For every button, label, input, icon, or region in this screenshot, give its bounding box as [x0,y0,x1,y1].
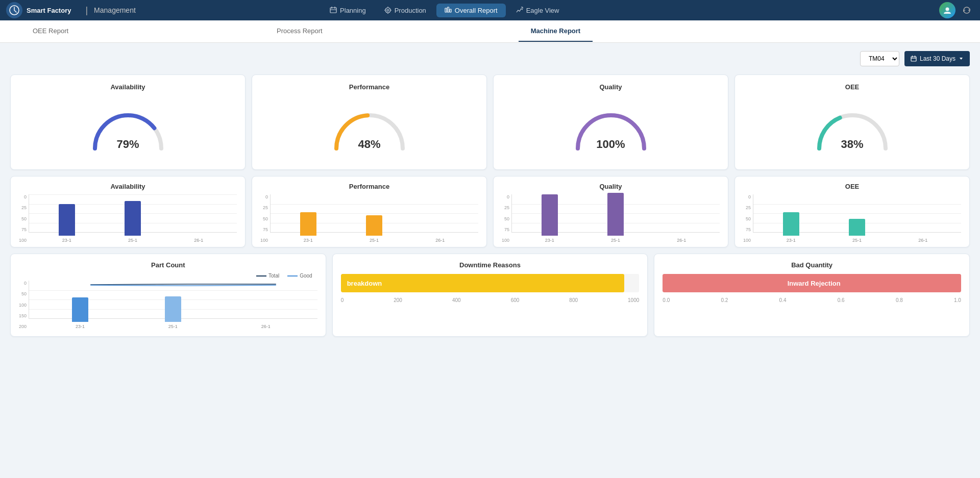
svg-rect-11 [445,8,447,12]
downtime-breakdown-label: breakdown [347,280,382,287]
legend-good-label: Good [300,273,312,279]
svg-point-5 [385,8,390,13]
sub-nav-machine-report[interactable]: Machine Report [519,21,593,42]
bar-23-1-qual [542,194,558,236]
performance-bar-card: Performance 100 75 50 25 0 [252,176,487,247]
bar-label-25-1-avail: 25-1 [128,238,137,243]
svg-point-16 [945,8,949,11]
bar-group-25-1-perf: 25-1 [366,215,382,243]
availability-gauge: 79% [19,95,237,161]
bar-group-25-1-avail: 25-1 [125,201,141,243]
legend-good-color [287,275,298,276]
bar-25-1-part [165,296,181,322]
oee-gauge: 38% [743,95,961,161]
part-count-card: Part Count Total Good 200 15 [10,254,326,337]
downtime-breakdown-track: breakdown [341,274,640,292]
quality-gauge: 100% [502,95,720,161]
bar-label-23-1-oee: 23-1 [787,238,796,243]
nav-planning-label: Planning [340,7,366,14]
bar-group-26-1-oee: 26-1 [915,235,931,243]
bar-group-23-1-avail: 23-1 [59,204,75,243]
legend-good: Good [287,273,312,279]
performance-gauge-wrap: 48% [329,105,410,151]
oee-gauge-title: OEE [743,83,961,91]
bar-label-25-1-qual: 25-1 [611,238,620,243]
date-range-button[interactable]: Last 30 Days [904,51,970,66]
part-count-chart: Total Good 200 150 100 50 0 [19,273,317,329]
bar-label-23-1-part: 23-1 [76,324,85,329]
legend-total: Total [256,273,279,279]
main-content: TM04 Last 30 Days Availability 79% [0,43,980,345]
brand-name: Smart Factory [27,7,71,14]
refresh-icon[interactable] [960,3,974,17]
nav-eagle-view[interactable]: Eagle View [508,4,568,17]
nav-overall-report[interactable]: Overall Report [436,4,506,17]
bar-label-26-1-perf: 26-1 [435,238,445,243]
bar-label-23-1-qual: 23-1 [545,238,554,243]
quality-bar-title: Quality [502,183,720,190]
bar-25-1-qual [607,193,624,236]
header-divider: | [85,5,88,16]
bar-group-25-1-part: 25-1 [165,296,181,329]
bar-group-23-1-part: 23-1 [72,297,88,329]
date-range-label: Last 30 Days [920,55,955,62]
header: Smart Factory | Management Planning Prod… [0,0,980,20]
bar-23-1-part [72,297,88,322]
svg-rect-12 [447,7,449,12]
bar-label-23-1-perf: 23-1 [304,238,313,243]
bar-label-25-1-part: 25-1 [168,324,178,329]
bar-23-1-avail [59,204,75,236]
svg-rect-1 [330,8,336,13]
nav-production-label: Production [395,7,426,14]
user-avatar[interactable] [939,2,955,18]
downtime-reasons-chart: breakdown 0 200 400 600 800 1000 [341,274,640,303]
bar-25-1-perf [366,215,382,236]
management-label: Management [94,6,136,14]
availability-gauge-wrap: 79% [87,105,169,151]
bar-26-1-perf [432,235,448,236]
quality-gauge-value: 100% [570,138,652,151]
nav-eagle-view-label: Eagle View [526,7,559,14]
bad-quantity-chart: Inward Rejection 0.0 0.2 0.4 0.6 0.8 1.0 [663,274,961,303]
bar-group-26-1-part: 26-1 [258,321,274,329]
part-count-title: Part Count [19,261,317,269]
bar-group-23-1-oee: 23-1 [783,212,799,243]
oee-gauge-wrap: 38% [812,105,893,151]
sub-nav: OEE Report Process Report Machine Report [0,20,980,43]
performance-gauge-card: Performance 48% [252,74,487,170]
bar-25-1-oee [849,219,865,236]
oee-gauge-card: OEE 38% [734,74,970,170]
bar-26-1-avail [190,235,207,236]
bar-label-26-1-qual: 26-1 [677,238,686,243]
quality-gauge-title: Quality [502,83,720,91]
legend-total-color [256,275,266,276]
inward-rejection-fill: Inward Rejection [663,274,961,292]
availability-bar-card: Availability 100 75 50 25 0 [10,176,246,247]
inward-rejection-track: Inward Rejection [663,274,961,292]
sub-nav-process-report[interactable]: Process Report [264,21,335,42]
nav-production[interactable]: Production [376,4,434,17]
oee-bar-card: OEE 100 75 50 25 0 [734,176,970,247]
downtime-axis: 0 200 400 600 800 1000 [341,297,640,303]
nav-planning[interactable]: Planning [322,4,374,17]
availability-gauge-value: 79% [87,138,169,151]
bar-group-25-1-oee: 25-1 [849,219,865,243]
sub-nav-oee-report[interactable]: OEE Report [20,21,81,42]
bar-group-26-1-avail: 26-1 [190,235,207,243]
bar-group-26-1-perf: 26-1 [432,235,448,243]
bar-26-1-part [258,321,274,322]
bar-group-23-1-qual: 23-1 [542,194,558,243]
oee-bar-title: OEE [743,183,961,190]
bottom-row: Part Count Total Good 200 15 [10,254,970,337]
legend-total-label: Total [268,273,279,279]
nav-overall-report-label: Overall Report [455,7,498,14]
bar-label-26-1-oee: 26-1 [918,238,927,243]
machine-select[interactable]: TM04 [860,51,899,66]
downtime-bar-row: breakdown [341,274,640,294]
header-right [939,2,974,18]
performance-bar-title: Performance [260,183,478,190]
bar-group-23-1-perf: 23-1 [300,212,316,243]
bar-label-23-1-avail: 23-1 [62,238,71,243]
oee-y-axis: 100 75 50 25 0 [743,194,752,243]
main-nav: Planning Production Overall Report Eagle… [322,4,567,17]
